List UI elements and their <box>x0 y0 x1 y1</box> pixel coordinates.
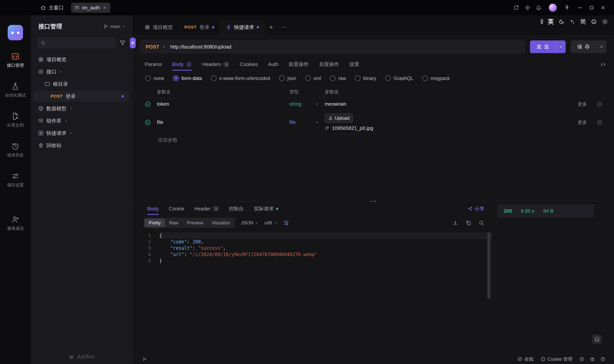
tab-headers[interactable]: Headers 9 <box>202 58 229 70</box>
more-options-link[interactable]: 更多 <box>572 119 593 125</box>
cookie-manager[interactable]: Cookie 管理 <box>541 356 572 362</box>
editor-scrollbar[interactable] <box>487 233 490 299</box>
notifications-bell-icon[interactable] <box>536 5 541 11</box>
tab-login-request[interactable]: POST 登录 <box>179 19 220 35</box>
save-options-caret[interactable] <box>596 40 606 53</box>
copy-icon[interactable] <box>466 220 471 226</box>
window-tab-im-auth[interactable]: im_auth <box>71 3 110 13</box>
project-logo[interactable] <box>8 25 23 40</box>
tree-item-api-group[interactable]: 接口 <box>34 66 129 77</box>
close-window-icon[interactable] <box>600 5 606 11</box>
tree-item-data-models[interactable]: 数据模型 <box>34 103 129 114</box>
search-box[interactable] <box>37 38 115 48</box>
param-name[interactable]: token <box>155 101 286 107</box>
body-type-graphql[interactable]: GraphQL <box>385 75 413 81</box>
param-enabled-checkbox[interactable] <box>140 101 155 107</box>
view-raw[interactable]: Raw <box>165 219 183 227</box>
close-tab-icon[interactable] <box>103 6 107 10</box>
remove-row-button[interactable] <box>593 119 606 125</box>
tree-item-project-overview[interactable]: 项目概览 <box>34 54 129 65</box>
tree-item-login-request[interactable]: POST 登录 <box>34 91 129 102</box>
pin-icon[interactable] <box>564 5 570 11</box>
tab-settings[interactable]: 设置 <box>349 58 359 70</box>
user-avatar[interactable] <box>549 4 557 12</box>
save-button[interactable]: 保存 <box>571 40 606 53</box>
new-tab-button[interactable] <box>265 19 277 35</box>
remove-row-button[interactable] <box>593 101 606 107</box>
view-visualize[interactable]: Visualize <box>207 219 234 227</box>
send-options-caret[interactable] <box>556 40 566 53</box>
layout-toggle-button[interactable] <box>592 335 602 344</box>
ime-language-toggle[interactable]: 英 <box>548 18 554 26</box>
rail-item-automated-testing[interactable]: 自动化测试 <box>5 82 26 98</box>
branch-selector[interactable]: main <box>104 24 126 29</box>
tree-item-root-folder[interactable]: 根目录 <box>34 79 129 89</box>
encoding-select[interactable]: utf8 <box>264 220 278 225</box>
rail-item-invite-members[interactable]: 邀请成员 <box>7 215 24 231</box>
tab-response-cookie[interactable]: Cookie <box>169 201 184 216</box>
filter-icon[interactable] <box>119 39 126 46</box>
tree-item-recycle-bin[interactable]: 回收站 <box>34 140 129 151</box>
tab-console[interactable]: 控制台 <box>229 201 244 216</box>
collapse-sidebar-icon[interactable] <box>142 357 147 362</box>
tab-quick-request[interactable]: 快捷请求 <box>220 19 265 35</box>
body-type-binary[interactable]: binary <box>355 75 376 81</box>
main-window-button[interactable]: 主窗口 <box>40 4 64 11</box>
param-name[interactable]: file <box>155 119 286 125</box>
tree-item-component-library[interactable]: 组件库 <box>34 116 129 126</box>
method-select[interactable]: POST <box>140 44 170 50</box>
url-input[interactable] <box>170 44 525 50</box>
tab-pre-operations[interactable]: 前置操作 <box>289 58 309 70</box>
tab-body[interactable]: Body 2 <box>172 58 192 70</box>
body-type-none[interactable]: none <box>145 75 164 81</box>
more-tabs-button[interactable] <box>277 19 290 35</box>
tab-auth[interactable]: Auth <box>268 58 279 70</box>
splitter-drag-handle[interactable] <box>368 201 379 202</box>
param-value[interactable]: meowrain <box>322 101 572 107</box>
rail-item-request-history[interactable]: 请求历史 <box>7 142 24 158</box>
smiley-icon[interactable] <box>591 19 597 25</box>
add-new-button[interactable] <box>130 38 136 48</box>
share-response-link[interactable]: 分享 <box>468 206 484 212</box>
minimize-icon[interactable] <box>577 5 583 11</box>
tab-actual-request[interactable]: 实际请求 <box>254 201 278 216</box>
ime-drag-handle[interactable] <box>541 19 543 24</box>
view-preview[interactable]: Preview <box>183 219 207 227</box>
more-options-link[interactable]: 更多 <box>572 101 593 107</box>
word-wrap-icon[interactable] <box>283 220 289 226</box>
upload-button[interactable]: Upload <box>325 114 353 123</box>
generate-code-icon[interactable] <box>600 61 606 68</box>
arrow-up-circle-icon[interactable] <box>579 357 585 362</box>
sync-icon[interactable] <box>513 5 519 11</box>
moon-icon[interactable] <box>559 19 564 25</box>
attached-file[interactable]: 109565821_p0.jpg <box>325 125 572 131</box>
body-type-msgpack[interactable]: msgpack <box>422 75 450 81</box>
send-button[interactable]: 发送 <box>530 40 566 53</box>
format-select[interactable]: JSON <box>241 220 259 225</box>
param-type-select[interactable]: file <box>286 119 322 125</box>
body-type-json[interactable]: json <box>279 75 296 81</box>
rail-item-project-settings[interactable]: 项目设置 <box>7 172 24 188</box>
ime-settings-icon[interactable] <box>602 18 608 25</box>
ime-charset-toggle[interactable]: 简 <box>580 18 586 26</box>
settings-gear-icon[interactable] <box>525 5 530 11</box>
tab-params[interactable]: Params <box>145 58 162 70</box>
rail-item-share-docs[interactable]: 分享文档 <box>7 112 24 128</box>
param-enabled-checkbox[interactable] <box>140 119 155 126</box>
body-type-x-www-form-urlencoded[interactable]: x-www-form-urlencoded <box>211 75 270 81</box>
body-type-form-data[interactable]: form-data <box>173 75 202 81</box>
view-pretty[interactable]: Pretty <box>145 219 165 227</box>
help-icon[interactable] <box>600 357 606 362</box>
param-type-select[interactable]: string <box>286 101 322 107</box>
body-type-xml[interactable]: xml <box>305 75 321 81</box>
add-param-row[interactable]: 添加参数 <box>140 134 606 146</box>
tab-cookies[interactable]: Cookies <box>240 58 258 70</box>
rail-item-api-management[interactable]: 接口管理 <box>7 52 24 68</box>
online-status[interactable]: 在线 <box>517 356 534 362</box>
tab-project-overview[interactable]: 项目概览 <box>139 19 179 35</box>
tree-item-quick-request[interactable]: 快捷请求 <box>34 128 129 139</box>
body-type-raw[interactable]: raw <box>330 75 346 81</box>
response-body-editor[interactable]: 12345 { "code": 200, "result": "success"… <box>132 230 492 354</box>
gift-icon[interactable] <box>590 357 595 362</box>
download-icon[interactable] <box>453 220 458 226</box>
